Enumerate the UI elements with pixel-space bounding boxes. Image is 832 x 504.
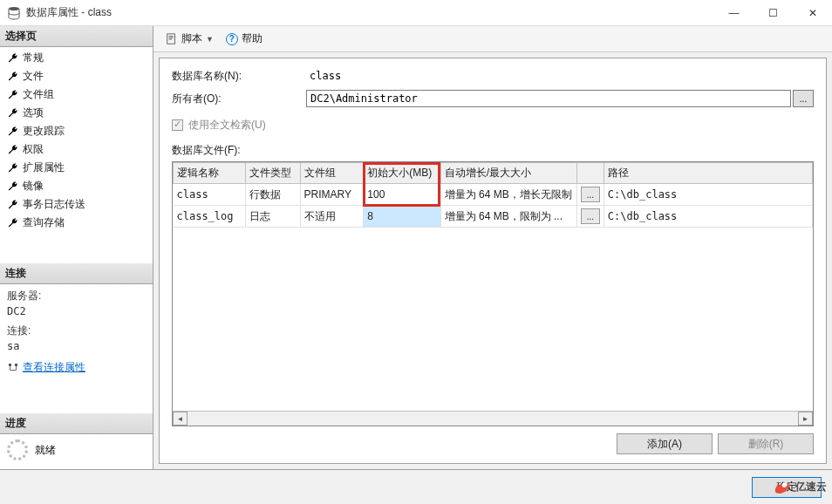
progress-header: 进度: [0, 413, 153, 434]
ok-label: 确定: [776, 480, 797, 494]
wrench-icon: [7, 107, 19, 119]
sidebar-item-label: 权限: [23, 142, 44, 157]
script-button[interactable]: 脚本 ▼: [162, 30, 217, 48]
remove-button: 删除(R): [718, 433, 814, 454]
wrench-icon: [7, 199, 19, 211]
svg-point-1: [9, 364, 12, 367]
title-bar: 数据库属性 - class — ☐ ✕: [0, 0, 832, 26]
autogrow-browse-button[interactable]: ...: [581, 187, 600, 202]
fulltext-label: 使用全文检索(U): [188, 118, 266, 133]
sidebar-item-files[interactable]: 文件: [0, 67, 153, 85]
close-button[interactable]: ✕: [793, 0, 832, 25]
sidebar-item-general[interactable]: 常规: [0, 49, 153, 67]
sidebar-item-label: 扩展属性: [23, 160, 65, 175]
sidebar-item-label: 事务日志传送: [23, 197, 85, 212]
table-row[interactable]: class_log日志不适用8增量为 64 MB，限制为 ......C:\db…: [174, 206, 813, 228]
sidebar-item-extprops[interactable]: 扩展属性: [0, 159, 153, 177]
sidebar-item-filegroups[interactable]: 文件组: [0, 85, 153, 104]
table-cell[interactable]: 增量为 64 MB，增长无限制: [440, 184, 576, 206]
wrench-icon: [7, 217, 19, 229]
table-cell[interactable]: 不适用: [300, 206, 364, 228]
window-title: 数据库属性 - class: [26, 5, 714, 20]
table-cell[interactable]: ...: [576, 184, 604, 206]
sidebar-item-querystore[interactable]: 查询存储: [0, 214, 153, 232]
select-page-header: 选择页: [0, 26, 153, 47]
ok-button[interactable]: 确定: [752, 477, 822, 498]
table-cell[interactable]: C:\db_class: [604, 184, 812, 206]
maximize-button[interactable]: ☐: [754, 0, 793, 25]
conn-value: sa: [7, 338, 146, 354]
column-header[interactable]: 初始大小(MB): [364, 163, 440, 184]
wrench-icon: [7, 71, 19, 83]
progress-status: 就绪: [35, 443, 56, 458]
content-panel: 数据库名称(N): 所有者(O): ... 使用全文检索(U) 数据库文件(F)…: [159, 58, 827, 464]
connection-header: 连接: [0, 263, 153, 284]
sidebar: 选择页 常规 文件 文件组 选项 更改跟踪 权限 扩展属性 镜像 事务日志传送 …: [0, 26, 153, 469]
table-cell[interactable]: class_log: [174, 206, 246, 228]
server-label: 服务器:: [7, 288, 146, 303]
owner-label: 所有者(O):: [172, 92, 303, 106]
sidebar-item-label: 文件组: [23, 87, 54, 102]
sidebar-item-permissions[interactable]: 权限: [0, 140, 153, 159]
column-header[interactable]: 文件组: [300, 163, 364, 184]
files-grid: 逻辑名称文件类型文件组初始大小(MB)自动增长/最大大小路径 class行数据P…: [172, 161, 814, 426]
scroll-left-button[interactable]: ◄: [173, 412, 188, 426]
connection-icon: [7, 361, 19, 373]
wrench-icon: [7, 180, 19, 193]
minimize-button[interactable]: —: [714, 0, 754, 25]
spinner-icon: [7, 439, 28, 460]
column-header[interactable]: [576, 163, 604, 184]
sidebar-item-logshipping[interactable]: 事务日志传送: [0, 195, 153, 214]
sidebar-item-label: 镜像: [23, 179, 44, 194]
sidebar-item-changetracking[interactable]: 更改跟踪: [0, 122, 153, 140]
dbname-label: 数据库名称(N):: [172, 69, 303, 84]
column-header[interactable]: 路径: [604, 163, 812, 184]
help-label: 帮助: [242, 31, 263, 46]
table-cell[interactable]: 日志: [246, 206, 300, 228]
sidebar-item-label: 查询存储: [23, 215, 65, 230]
autogrow-browse-button[interactable]: ...: [581, 208, 600, 224]
table-cell[interactable]: 100: [364, 184, 440, 206]
database-icon: [7, 6, 21, 20]
table-cell[interactable]: C:\db_class: [604, 206, 812, 228]
sidebar-item-mirror[interactable]: 镜像: [0, 177, 153, 195]
table-cell[interactable]: PRIMARY: [300, 184, 364, 206]
sidebar-item-label: 文件: [23, 69, 44, 84]
wrench-icon: [7, 162, 19, 174]
main-panel: 脚本 ▼ ? 帮助 数据库名称(N): 所有者(O): ...: [153, 26, 832, 469]
server-value: DC2: [7, 303, 146, 319]
table-cell[interactable]: 增量为 64 MB，限制为 ...: [440, 206, 576, 228]
column-header[interactable]: 逻辑名称: [174, 163, 246, 184]
view-connection-props-label: 查看连接属性: [23, 359, 85, 375]
dropdown-arrow-icon: ▼: [206, 35, 214, 44]
remove-label: 删除(R): [748, 437, 784, 452]
wrench-icon: [7, 52, 19, 65]
add-label: 添加(A): [647, 437, 682, 452]
view-connection-props-link[interactable]: 查看连接属性: [7, 359, 146, 375]
sidebar-item-options[interactable]: 选项: [0, 104, 153, 122]
script-icon: [166, 33, 178, 45]
wrench-icon: [7, 144, 19, 156]
scroll-right-button[interactable]: ►: [798, 412, 813, 426]
table-cell[interactable]: class: [174, 184, 246, 206]
wrench-icon: [7, 89, 19, 101]
add-button[interactable]: 添加(A): [617, 433, 713, 454]
owner-field[interactable]: [306, 90, 791, 107]
dbname-field: [306, 67, 814, 85]
toolbar: 脚本 ▼ ? 帮助: [153, 26, 832, 52]
table-cell[interactable]: 行数据: [246, 184, 300, 206]
script-label: 脚本: [181, 31, 202, 46]
sidebar-item-label: 更改跟踪: [23, 124, 65, 139]
sidebar-item-label: 常规: [23, 51, 44, 65]
table-row[interactable]: class行数据PRIMARY100增量为 64 MB，增长无限制...C:\d…: [174, 184, 813, 206]
svg-point-0: [9, 7, 19, 10]
column-header[interactable]: 文件类型: [246, 163, 300, 184]
owner-browse-button[interactable]: ...: [793, 90, 814, 107]
help-icon: ?: [226, 33, 238, 45]
help-button[interactable]: ? 帮助: [222, 30, 266, 48]
table-cell[interactable]: ...: [576, 206, 604, 228]
fulltext-checkbox: [172, 119, 183, 131]
column-header[interactable]: 自动增长/最大大小: [440, 163, 576, 184]
horizontal-scrollbar[interactable]: ◄ ►: [173, 411, 813, 426]
table-cell[interactable]: 8: [364, 206, 440, 228]
